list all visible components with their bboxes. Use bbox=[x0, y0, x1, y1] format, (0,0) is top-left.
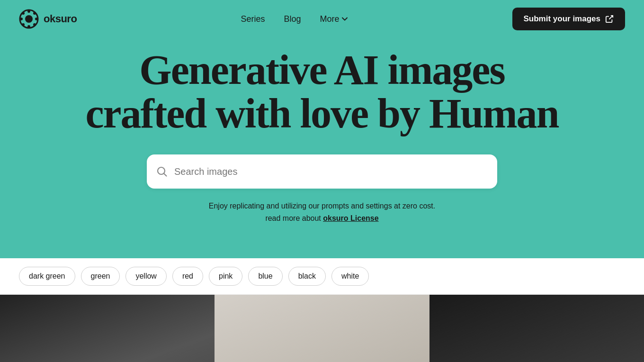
search-input[interactable] bbox=[174, 166, 488, 177]
hero-title-line2: crafted with love by Human bbox=[85, 90, 558, 136]
nav-blog[interactable]: Blog bbox=[284, 14, 301, 24]
hero-title: Generative AI images crafted with love b… bbox=[85, 48, 558, 136]
color-filter-tag[interactable]: blue bbox=[248, 267, 282, 286]
oksuro-license-link[interactable]: oksuro License bbox=[323, 214, 378, 222]
image-card[interactable] bbox=[429, 295, 644, 362]
color-filter-tag[interactable]: black bbox=[288, 267, 326, 286]
hero-subtitle: Enjoy replicating and utilizing our prom… bbox=[209, 200, 435, 224]
svg-point-5 bbox=[35, 18, 38, 20]
image-grid bbox=[0, 295, 644, 362]
color-filter-tag[interactable]: dark green bbox=[19, 267, 75, 286]
color-filter-tag[interactable]: red bbox=[172, 267, 203, 286]
subtitle-read-more: read more about bbox=[265, 214, 321, 222]
search-icon-wrap bbox=[156, 166, 168, 177]
image-card[interactable] bbox=[215, 295, 429, 362]
svg-point-3 bbox=[27, 25, 30, 28]
submit-button-label: Submit your images bbox=[524, 14, 600, 24]
logo[interactable]: oksuro bbox=[19, 9, 77, 29]
svg-point-1 bbox=[25, 15, 33, 23]
nav-links: Series Blog More bbox=[241, 14, 348, 24]
logo-icon bbox=[19, 9, 39, 29]
svg-point-4 bbox=[20, 18, 23, 20]
color-filter-tag[interactable]: yellow bbox=[125, 267, 166, 286]
svg-point-9 bbox=[33, 23, 36, 26]
svg-point-8 bbox=[22, 23, 25, 26]
hero-section: Generative AI images crafted with love b… bbox=[0, 0, 644, 258]
svg-point-2 bbox=[27, 10, 30, 13]
share-icon bbox=[605, 15, 614, 23]
svg-point-6 bbox=[22, 12, 25, 15]
nav-more-label: More bbox=[320, 14, 339, 24]
color-filter-tag[interactable]: green bbox=[81, 267, 120, 286]
submit-images-button[interactable]: Submit your images bbox=[512, 8, 625, 30]
color-filter-tag[interactable]: white bbox=[331, 267, 369, 286]
search-icon bbox=[156, 166, 168, 177]
hero-title-line1: Generative AI images bbox=[139, 47, 504, 93]
svg-point-7 bbox=[33, 12, 36, 15]
color-filter-tag[interactable]: pink bbox=[209, 267, 242, 286]
search-bar bbox=[147, 154, 497, 189]
navbar: oksuro Series Blog More Submit your imag… bbox=[0, 0, 644, 38]
color-filter-bar: dark greengreenyellowredpinkblueblackwhi… bbox=[0, 258, 644, 295]
chevron-down-icon bbox=[341, 16, 348, 22]
subtitle-text: Enjoy replicating and utilizing our prom… bbox=[209, 202, 435, 210]
nav-more[interactable]: More bbox=[320, 14, 348, 24]
brand-name: oksuro bbox=[44, 13, 77, 25]
image-card[interactable] bbox=[0, 295, 215, 362]
nav-series[interactable]: Series bbox=[241, 14, 265, 24]
